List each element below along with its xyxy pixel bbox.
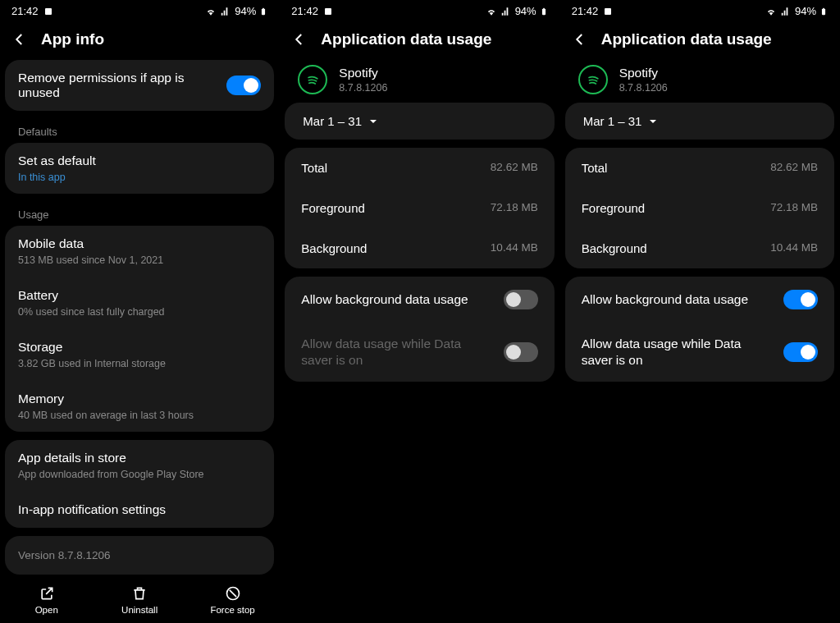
app-name: Spotify	[619, 66, 668, 80]
total-label: Total	[301, 161, 327, 175]
signal-icon	[780, 6, 792, 17]
svg-rect-8	[822, 8, 825, 15]
app-details-label: App details in store	[18, 451, 126, 465]
battery-row[interactable]: Battery 0% used since last fully charged	[5, 277, 274, 328]
background-label: Background	[582, 241, 647, 255]
svg-rect-5	[542, 8, 546, 15]
app-version: 8.7.8.1206	[619, 82, 668, 94]
mobile-data-sub: 513 MB used since Nov 1, 2021	[18, 254, 163, 266]
chevron-down-icon	[648, 117, 658, 126]
remove-permissions-toggle[interactable]	[226, 76, 261, 95]
app-name: Spotify	[339, 66, 387, 80]
notification-icon	[323, 7, 333, 16]
battery-sub: 0% used since last fully charged	[18, 306, 165, 318]
spotify-icon	[298, 65, 327, 94]
memory-label: Memory	[18, 392, 64, 406]
foreground-value: 72.18 MB	[491, 201, 538, 215]
date-range-picker[interactable]: Mar 1 – 31	[565, 103, 834, 140]
svg-rect-1	[262, 8, 265, 15]
back-icon[interactable]	[572, 31, 588, 48]
total-row: Total 82.62 MB	[565, 148, 834, 188]
version-card: Version 8.7.8.1206	[5, 536, 274, 575]
app-header: Spotify 8.7.8.1206	[285, 60, 554, 103]
page-title: App info	[41, 30, 104, 48]
allow-data-saver-row: Allow data usage while Data saver is on	[285, 323, 554, 382]
status-time: 21:42	[291, 5, 318, 17]
battery-text: 94%	[235, 5, 256, 17]
date-range-label: Mar 1 – 31	[583, 114, 642, 128]
signal-icon	[220, 6, 231, 17]
app-version: 8.7.8.1206	[339, 82, 387, 94]
uninstall-button[interactable]: Uninstall	[107, 585, 172, 615]
svg-rect-6	[543, 7, 545, 8]
page-title: Application data usage	[601, 30, 772, 48]
spotify-icon	[578, 65, 608, 94]
status-time: 21:42	[11, 5, 39, 17]
allow-data-saver-toggle	[504, 342, 538, 362]
foreground-row: Foreground 72.18 MB	[565, 188, 834, 228]
wifi-icon	[205, 6, 217, 17]
date-range-picker[interactable]: Mar 1 – 31	[285, 103, 554, 140]
header: Application data usage	[280, 19, 559, 60]
allow-background-toggle[interactable]	[504, 290, 538, 309]
trash-icon	[131, 585, 148, 602]
header: Application data usage	[560, 19, 839, 60]
allow-background-toggle[interactable]	[783, 290, 818, 309]
header: App info	[0, 19, 279, 60]
background-label: Background	[301, 241, 367, 255]
panel-data-usage-off: 21:42 94% Application data usage Spotify…	[280, 0, 559, 623]
notification-icon	[43, 7, 53, 16]
svg-rect-2	[262, 7, 264, 8]
allow-background-row[interactable]: Allow background data usage	[565, 277, 834, 323]
background-value: 10.44 MB	[770, 241, 818, 255]
total-row: Total 82.62 MB	[285, 148, 554, 188]
bottom-actions: Open Uninstall Force stop	[0, 578, 279, 623]
force-stop-label: Force stop	[210, 605, 254, 615]
battery-icon	[259, 6, 267, 17]
allow-data-saver-toggle[interactable]	[783, 342, 818, 362]
status-bar: 21:42 94%	[0, 0, 279, 19]
usage-section-label: Usage	[5, 202, 274, 226]
battery-text: 94%	[515, 5, 536, 17]
allow-data-saver-label: Allow data usage while Data saver is on	[301, 336, 493, 369]
notification-icon	[603, 7, 613, 16]
back-icon[interactable]	[11, 31, 28, 48]
version-text: Version 8.7.8.1206	[18, 549, 111, 561]
app-details-sub: App downloaded from Google Play Store	[18, 469, 204, 480]
allow-data-saver-label: Allow data usage while Data saver is on	[582, 336, 774, 369]
total-label: Total	[582, 161, 608, 175]
memory-row[interactable]: Memory 40 MB used on average in last 3 h…	[5, 380, 274, 432]
chevron-down-icon	[368, 117, 378, 126]
allow-background-label: Allow background data usage	[582, 291, 774, 308]
allow-background-label: Allow background data usage	[301, 291, 493, 308]
app-details-row[interactable]: App details in store App downloaded from…	[5, 440, 274, 491]
set-default-row[interactable]: Set as default In this app	[5, 143, 274, 194]
foreground-label: Foreground	[301, 201, 365, 215]
wifi-icon	[765, 6, 777, 17]
uninstall-label: Uninstall	[121, 605, 158, 615]
battery-icon	[540, 6, 548, 17]
open-icon	[39, 585, 55, 602]
defaults-section-label: Defaults	[5, 119, 274, 143]
battery-icon	[819, 6, 828, 17]
remove-permissions-label: Remove permissions if app is unused	[18, 71, 226, 100]
force-stop-button[interactable]: Force stop	[200, 585, 266, 615]
storage-row[interactable]: Storage 3.82 GB used in Internal storage	[5, 328, 274, 380]
status-bar: 21:42 94%	[560, 0, 839, 19]
stop-icon	[225, 585, 241, 602]
remove-permissions-row[interactable]: Remove permissions if app is unused	[5, 60, 274, 111]
foreground-row: Foreground 72.18 MB	[285, 188, 554, 228]
open-button[interactable]: Open	[14, 585, 80, 615]
total-value: 82.62 MB	[770, 161, 818, 175]
mobile-data-row[interactable]: Mobile data 513 MB used since Nov 1, 202…	[5, 226, 274, 277]
inapp-notification-row[interactable]: In-app notification settings	[5, 491, 274, 528]
inapp-notification-label: In-app notification settings	[18, 502, 166, 517]
status-bar: 21:42 94%	[280, 0, 559, 19]
allow-background-row[interactable]: Allow background data usage	[285, 277, 554, 323]
app-header: Spotify 8.7.8.1206	[565, 60, 834, 103]
storage-sub: 3.82 GB used in Internal storage	[18, 358, 166, 369]
back-icon[interactable]	[291, 31, 308, 48]
svg-rect-9	[823, 7, 824, 8]
signal-icon	[500, 6, 512, 17]
allow-data-saver-row[interactable]: Allow data usage while Data saver is on	[565, 323, 834, 382]
